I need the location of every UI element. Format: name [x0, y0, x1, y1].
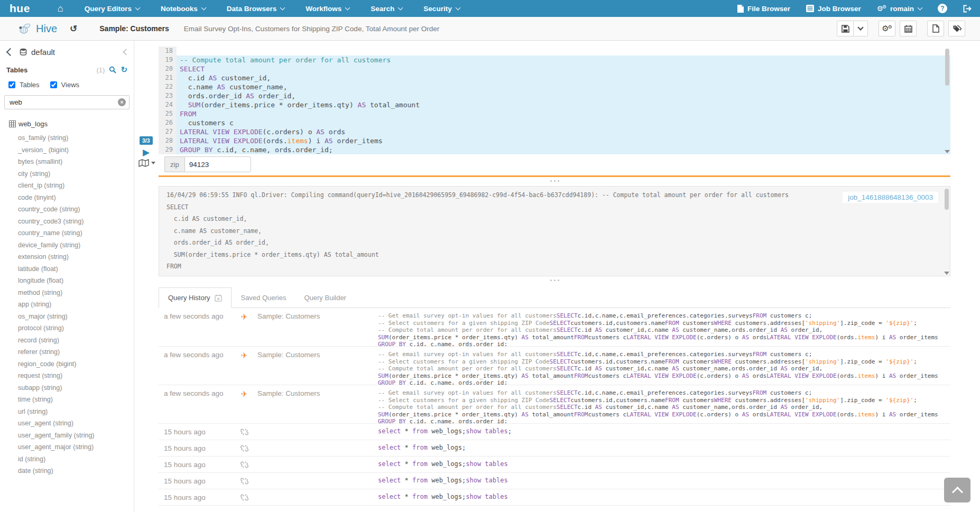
back-chevron-icon[interactable] [6, 48, 15, 56]
sql-token: order_id, [788, 365, 822, 372]
column-item[interactable]: url (string) [0, 406, 134, 418]
resize-grip-bottom[interactable] [159, 280, 950, 283]
column-item[interactable]: country_code3 (string) [0, 216, 134, 228]
column-item[interactable]: bytes (smallint) [0, 156, 134, 168]
sql-token: ; [913, 358, 917, 365]
document-name[interactable]: Sample: Customers [99, 24, 169, 33]
menu-security[interactable]: Security [423, 5, 459, 13]
file-browser-link[interactable]: File Browser [737, 5, 790, 13]
help-button[interactable]: ? [938, 4, 947, 13]
refresh-icon[interactable]: ↻ [121, 65, 127, 75]
menu-search[interactable]: Search [371, 5, 402, 13]
table-search-input[interactable] [4, 95, 130, 109]
column-item[interactable]: id (string) [0, 453, 134, 466]
filter-tables-checkbox[interactable] [8, 81, 15, 88]
resize-grip-top[interactable] [159, 180, 950, 184]
filter-views-checkbox[interactable] [50, 81, 57, 88]
history-timestamp: 15 hours ago [159, 428, 235, 436]
sql-token [180, 101, 188, 109]
menu-workflows[interactable]: Workflows [306, 5, 349, 13]
column-item[interactable]: user_agent_major (string) [0, 441, 134, 453]
job-browser-link[interactable]: Job Browser [806, 5, 861, 13]
column-item[interactable]: extension (string) [0, 251, 134, 263]
tab-query-builder[interactable]: Query Builder [295, 288, 355, 308]
home-icon[interactable]: ⌂ [58, 3, 63, 14]
sql-line: -- Select customers for a given shipping… [378, 320, 950, 327]
sql-token: c.id, c.name, ords.order_id; [406, 341, 507, 346]
column-item[interactable]: country_code (string) [0, 203, 134, 216]
history-row[interactable]: a few seconds ago✈Sample: Customers-- Ge… [159, 308, 950, 347]
column-item[interactable]: longitude (float) [0, 275, 134, 287]
settings-button[interactable]: ⚙⚙ [879, 21, 895, 36]
job-link[interactable]: job_1461888648136_0003 [843, 192, 938, 203]
save-button[interactable] [837, 21, 854, 36]
scroll-down-arrow-icon[interactable] [944, 272, 949, 275]
schedule-button[interactable] [900, 21, 917, 36]
save-dropdown-button[interactable] [854, 21, 868, 36]
menu-query-editors[interactable]: Query Editors [85, 5, 140, 13]
column-item[interactable]: time (string) [0, 394, 134, 406]
column-item[interactable]: region_code (bigint) [0, 358, 134, 370]
execute-play-button[interactable]: ▶ [143, 148, 150, 157]
column-item[interactable]: _version_ (bigint) [0, 144, 134, 156]
scroll-down-arrow-icon[interactable] [945, 150, 950, 153]
tags-button[interactable] [948, 21, 965, 36]
history-row[interactable]: 15 hours agoselect * from web_logs;show … [159, 473, 950, 489]
hive-brand[interactable]: Hive [18, 22, 57, 35]
scrollbar-thumb[interactable] [945, 49, 949, 86]
column-item[interactable]: latitude (float) [0, 263, 134, 275]
column-item[interactable]: referer (string) [0, 346, 134, 358]
history-row[interactable]: 15 hours agoselect * from web_logs;show … [159, 424, 950, 440]
user-menu[interactable]: ⚙⚙ romain [877, 4, 922, 13]
hue-logo[interactable]: hue [10, 2, 30, 15]
column-item[interactable]: date (string) [0, 465, 134, 477]
sql-token: web_logs; [428, 444, 466, 451]
menu-notebooks[interactable]: Notebooks [161, 5, 206, 13]
column-item[interactable]: os_family (string) [0, 132, 134, 144]
database-name[interactable]: default [31, 48, 55, 57]
new-document-button[interactable] [927, 21, 944, 36]
menu-data-browsers[interactable]: Data Browsers [227, 5, 285, 13]
log-scrollbar[interactable] [944, 187, 950, 276]
column-item[interactable]: device_family (string) [0, 239, 134, 252]
filter-views-label[interactable]: Views [61, 81, 79, 89]
column-item[interactable]: app (string) [0, 299, 134, 311]
filter-tables-label[interactable]: Tables [20, 81, 40, 89]
scroll-to-top-button[interactable] [944, 478, 970, 502]
clear-search-icon[interactable]: × [118, 98, 126, 106]
tab-query-history[interactable]: Query History [159, 287, 232, 308]
column-item[interactable]: record (string) [0, 334, 134, 347]
logout-button[interactable] [963, 5, 972, 13]
collapse-chevron-icon[interactable] [123, 49, 130, 55]
column-item[interactable]: client_ip (string) [0, 180, 134, 192]
scrollbar-thumb[interactable] [945, 189, 949, 210]
history-row[interactable]: a few seconds ago✈Sample: Customers-- Ge… [159, 385, 950, 424]
column-item[interactable]: protocol (string) [0, 322, 134, 334]
column-item[interactable]: request (string) [0, 370, 134, 382]
variable-value-input[interactable] [184, 156, 251, 172]
column-item[interactable]: method (string) [0, 287, 134, 299]
table-item-web-logs[interactable]: web_logs [0, 120, 134, 128]
sql-token: ].zip_code = [840, 397, 885, 404]
calendar-clear-icon[interactable] [215, 294, 222, 302]
history-row[interactable]: a few seconds ago✈Sample: Customers-- Ge… [159, 347, 950, 385]
column-item[interactable]: os_major (string) [0, 311, 134, 323]
tab-saved-queries[interactable]: Saved Queries [232, 288, 295, 308]
save-icon [842, 25, 849, 33]
column-item[interactable]: subapp (string) [0, 382, 134, 394]
sql-editor[interactable]: 1819-- Compute total amount per order fo… [159, 46, 950, 154]
column-item[interactable]: country_name (string) [0, 227, 134, 239]
sql-token: order_items [896, 411, 938, 418]
editor-scrollbar[interactable] [944, 46, 950, 154]
column-item[interactable]: user_agent (string) [0, 417, 134, 430]
column-item[interactable]: city (string) [0, 168, 134, 180]
query-map-button[interactable] [138, 159, 155, 167]
undo-history-icon[interactable]: ↺ [70, 23, 77, 34]
sql-token: c.name [180, 83, 217, 91]
column-item[interactable]: code (tinyint) [0, 192, 134, 204]
search-icon[interactable] [109, 66, 116, 73]
column-item[interactable]: user_agent_family (string) [0, 430, 134, 442]
history-row[interactable]: 15 hours agoselect * from web_logs;show … [159, 489, 950, 506]
history-row[interactable]: 15 hours agoselect * from web_logs; [159, 440, 950, 457]
history-row[interactable]: 15 hours agoselect * from web_logs;show … [159, 457, 950, 473]
